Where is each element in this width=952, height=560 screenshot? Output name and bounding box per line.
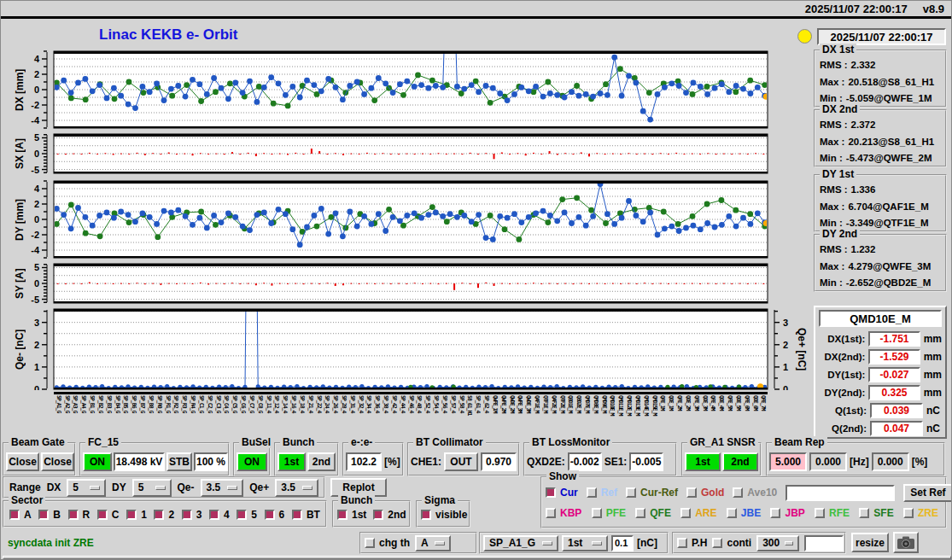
chart-dx[interactable]: -4-2024 [8, 50, 815, 129]
show-checkbox-jbp[interactable]: JBP [770, 507, 804, 519]
svg-text:-4: -4 [31, 245, 40, 255]
set-ref-button[interactable]: Set Ref [903, 484, 952, 502]
checkbox-indicator[interactable] [209, 510, 219, 520]
stats-dy-2nd: DY 2nd RMS :1.232 Max :4.279@QWFE_3M Min… [814, 234, 947, 292]
sector-checkbox-6[interactable]: 6 [265, 509, 285, 521]
checkbox-indicator[interactable] [97, 510, 108, 520]
fc15-on-button[interactable]: ON [83, 452, 112, 471]
checkbox-indicator[interactable] [546, 487, 556, 498]
checkbox-indicator[interactable] [592, 508, 602, 518]
sector-checkbox-bt[interactable]: BT [292, 509, 320, 521]
bunch-select-frame: Bunch 1st 2nd [274, 442, 339, 476]
chg-th-select-dropdown[interactable]: A [415, 535, 451, 551]
resize-button[interactable]: resize [851, 533, 889, 552]
sector-checkbox-c[interactable]: C [97, 509, 120, 521]
show-checkbox-sfe[interactable]: SFE [859, 507, 893, 519]
sector-checkbox-b[interactable]: B [38, 509, 61, 521]
show-checkbox-are[interactable]: ARE [680, 507, 716, 519]
checkbox-indicator[interactable] [626, 487, 636, 498]
show-checkbox-kbp[interactable]: KBP [546, 507, 581, 519]
checkbox-indicator[interactable] [727, 508, 737, 518]
checkbox-indicator[interactable] [154, 510, 164, 520]
show-checkbox-gold[interactable]: Gold [686, 487, 724, 499]
show-checkbox-cur-ref[interactable]: Cur-Ref [626, 487, 678, 499]
bunch-checkbox-2nd[interactable]: 2nd [373, 509, 406, 521]
camera-icon [897, 536, 914, 550]
chart-sx[interactable]: -505 [8, 133, 815, 174]
sigma-visible-checkbox[interactable]: visible [421, 509, 467, 521]
range-qem-dropdown[interactable]: 3.5 [201, 479, 244, 497]
chart-dy[interactable]: -4-2024 [8, 180, 815, 259]
busel-on-button[interactable]: ON [237, 452, 267, 471]
ph-checkbox[interactable]: P.H [677, 537, 707, 549]
gr-a1-1st-button[interactable]: 1st [685, 452, 721, 471]
gr-a1-2nd-button[interactable]: 2nd [722, 452, 758, 471]
fc15-stb-button[interactable]: STB [166, 452, 192, 471]
sector-checkbox-5[interactable]: 5 [237, 509, 257, 521]
count-dropdown[interactable]: 300 [756, 535, 799, 551]
checkbox-indicator[interactable] [182, 510, 192, 520]
checkbox-indicator[interactable] [680, 508, 691, 518]
show-checkbox-rfe[interactable]: RFE [815, 507, 850, 519]
checkbox-indicator[interactable] [712, 538, 722, 548]
checkbox-indicator[interactable] [859, 508, 869, 518]
show-checkbox-ref[interactable]: Ref [587, 487, 617, 499]
checkbox-indicator[interactable] [733, 487, 743, 498]
bunch-select-dropdown[interactable]: 1st [562, 535, 608, 551]
checkbox-indicator[interactable] [903, 508, 914, 518]
checkbox-indicator[interactable] [677, 538, 687, 548]
show-checkbox-ave10[interactable]: Ave10 [733, 487, 777, 499]
checkbox-indicator[interactable] [815, 508, 825, 518]
screenshot-button[interactable] [893, 532, 919, 553]
checkbox-indicator[interactable] [635, 508, 645, 518]
range-dx-dropdown[interactable]: 5 [67, 479, 106, 497]
checkbox-label: ZRE [918, 507, 938, 519]
checkbox-indicator[interactable] [770, 508, 780, 518]
ref-name-input[interactable] [786, 485, 895, 501]
bunch-1st-button[interactable]: 1st [277, 452, 306, 471]
checkbox-indicator[interactable] [587, 487, 597, 498]
checkbox-indicator[interactable] [373, 510, 383, 520]
checkbox-indicator[interactable] [68, 510, 79, 520]
show-checkbox-zre[interactable]: ZRE [903, 507, 938, 519]
checkbox-indicator[interactable] [265, 510, 275, 520]
checkbox-indicator[interactable] [38, 510, 49, 520]
chg-th-checkbox[interactable]: chg th [365, 537, 410, 549]
range-qep-dropdown[interactable]: 3.5 [275, 479, 318, 497]
monitor-select-dropdown[interactable]: SP_A1_G [483, 535, 558, 551]
checkbox-indicator[interactable] [337, 510, 348, 520]
svg-text:0: 0 [34, 278, 39, 289]
show-checkbox-qfe[interactable]: QFE [635, 507, 671, 519]
checkbox-indicator[interactable] [546, 508, 556, 518]
chart-q[interactable]: 00112233 [8, 308, 815, 390]
sector-checkbox-3[interactable]: 3 [182, 509, 202, 521]
checkbox-indicator[interactable] [126, 510, 137, 520]
show-checkbox-jbe[interactable]: JBE [727, 507, 761, 519]
show-checkbox-cur[interactable]: Cur [546, 487, 578, 499]
sector-checkbox-4[interactable]: 4 [209, 509, 230, 521]
sector-checkbox-a[interactable]: A [9, 509, 32, 521]
checkbox-indicator[interactable] [292, 510, 302, 520]
count-input[interactable] [804, 535, 844, 551]
bunch-2nd-button[interactable]: 2nd [307, 452, 336, 471]
beam-gate-close-1-button[interactable]: Close [6, 452, 39, 471]
dropdown-indicator-icon [155, 486, 166, 490]
rms-value: 1.336 [851, 184, 876, 195]
conti-checkbox[interactable]: conti [712, 537, 751, 549]
checkbox-indicator[interactable] [686, 487, 697, 498]
range-dy-dropdown[interactable]: 5 [132, 479, 172, 497]
sector-checkbox-1[interactable]: 1 [126, 509, 147, 521]
sector-checkbox-2[interactable]: 2 [154, 509, 174, 521]
chart-sy[interactable]: -505 [8, 263, 815, 304]
beam-gate-close-2-button[interactable]: Close [41, 452, 74, 471]
checkbox-indicator[interactable] [9, 510, 20, 520]
show-checkbox-pfe[interactable]: PFE [592, 507, 626, 519]
threshold-input[interactable] [611, 535, 634, 551]
checkbox-indicator[interactable] [237, 510, 247, 520]
checkbox-indicator[interactable] [365, 538, 375, 548]
che1-out-button[interactable]: OUT [444, 452, 478, 471]
checkbox-label: PFE [606, 507, 626, 519]
sector-checkbox-r[interactable]: R [68, 509, 91, 521]
bunch-checkbox-1st[interactable]: 1st [337, 509, 366, 521]
checkbox-indicator[interactable] [421, 510, 431, 520]
